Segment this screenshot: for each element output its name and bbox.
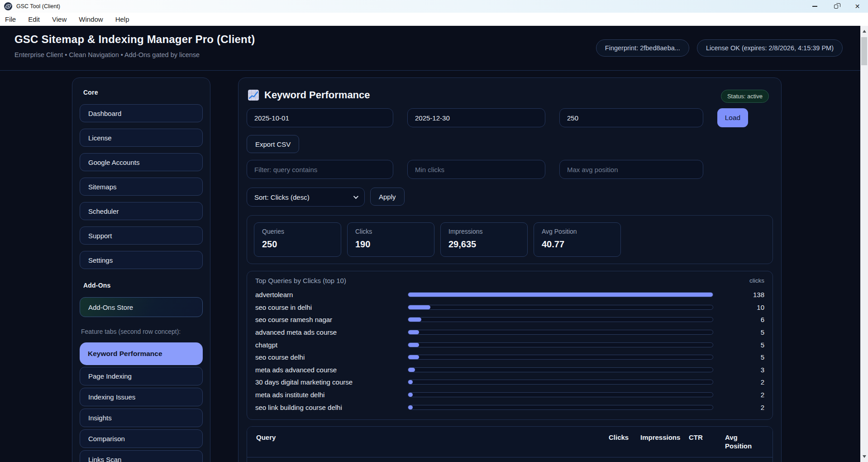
chart-bar-value: 3 xyxy=(713,366,764,374)
row-limit-input[interactable] xyxy=(559,108,703,127)
stat-label: Queries xyxy=(262,228,333,235)
table-header-impressions: Impressions xyxy=(640,433,689,451)
close-button[interactable]: ✕ xyxy=(847,0,868,13)
stat-value: 190 xyxy=(355,239,426,250)
sidebar-item-license[interactable]: License xyxy=(80,129,203,147)
app-window: GSC Sitemap & Indexing Manager Pro (Clie… xyxy=(0,26,868,462)
tab-indexing-issues[interactable]: Indexing Issues xyxy=(80,388,203,406)
menu-file[interactable]: File xyxy=(5,15,16,23)
sidebar-item-add-ons-store[interactable]: Add-Ons Store xyxy=(80,297,203,317)
scrollbar-thumb[interactable] xyxy=(861,37,867,65)
sort-row: Sort: Clicks (desc) Apply xyxy=(247,188,773,207)
sidebar-item-scheduler[interactable]: Scheduler xyxy=(80,202,203,220)
chart-increasing-icon xyxy=(248,89,259,101)
fingerprint-badge[interactable]: Fingerprint: 2fbed8aeba... xyxy=(596,39,689,57)
apply-button[interactable]: Apply xyxy=(370,188,405,206)
chart-bar-track xyxy=(408,330,713,335)
menu-help[interactable]: Help xyxy=(115,15,129,23)
chart-bar-track xyxy=(408,305,713,310)
tab-keyword-performance[interactable]: Keyword Performance xyxy=(80,342,203,365)
chart-bar-track xyxy=(408,380,713,385)
stat-value: 29,635 xyxy=(448,239,520,250)
sidebar-item-google-accounts[interactable]: Google Accounts xyxy=(80,153,203,171)
chart-bar-label: chatgpt xyxy=(255,341,408,349)
query-table: QueryClicksImpressionsCTRAvg Position ad… xyxy=(247,426,773,462)
sort-select[interactable]: Sort: Clicks (desc) xyxy=(247,188,365,207)
chart-row-30-days-digital-marketing-course: 30 days digital marketing course2 xyxy=(255,376,764,389)
chart-bar-label: advertolearn xyxy=(255,291,408,298)
query-filter-input[interactable] xyxy=(247,160,393,179)
table-header-clicks: Clicks xyxy=(609,433,640,451)
chart-bar-label: seo course ramesh nagar xyxy=(255,316,408,323)
chart-bar-label: seo link building course delhi xyxy=(255,404,408,411)
chart-bar-fill xyxy=(408,343,419,347)
table-header-query: Query xyxy=(256,433,609,451)
chart-unit-label: clicks xyxy=(749,277,764,284)
chart-bar-value: 5 xyxy=(713,353,764,361)
export-csv-button[interactable]: Export CSV xyxy=(247,135,299,153)
menu-view[interactable]: View xyxy=(52,15,67,23)
sidebar-core-items: DashboardLicenseGoogle AccountsSitemapsS… xyxy=(80,104,203,269)
restore-button[interactable] xyxy=(825,0,847,13)
menu-edit[interactable]: Edit xyxy=(28,15,40,23)
chart-header: Top Queries by Clicks (top 10) clicks xyxy=(255,277,764,284)
tab-insights[interactable]: Insights xyxy=(80,409,203,427)
table-header-avg-position: Avg Position xyxy=(725,433,763,451)
chart-bar-track xyxy=(408,292,713,297)
sidebar-item-dashboard[interactable]: Dashboard xyxy=(80,104,203,122)
window-controls: ✕ xyxy=(804,0,868,13)
chart-bar-fill xyxy=(408,380,413,384)
start-date-input[interactable] xyxy=(247,108,393,127)
stat-label: Clicks xyxy=(355,228,426,235)
minimize-icon xyxy=(812,6,817,6)
sidebar-item-settings[interactable]: Settings xyxy=(80,251,203,269)
chart-bar-value: 2 xyxy=(713,404,764,411)
vertical-scrollbar[interactable] xyxy=(860,26,868,462)
tab-links-scan[interactable]: Links Scan xyxy=(80,450,203,462)
stat-card-clicks: Clicks190 xyxy=(347,222,434,257)
keyword-performance-panel: Status: active Keyword Performance Load … xyxy=(238,77,782,462)
table-row[interactable]: advertolearn13837636.7%1.17 xyxy=(247,457,773,462)
chart-bar-track xyxy=(408,367,713,372)
stat-value: 40.77 xyxy=(542,239,613,250)
table-header-row: QueryClicksImpressionsCTRAvg Position xyxy=(247,427,773,458)
chart-row-meta-ads-institute-delhi: meta ads institute delhi2 xyxy=(255,389,764,401)
sidebar-item-sitemaps[interactable]: Sitemaps xyxy=(80,178,203,196)
chart-bar-label: seo course in delhi xyxy=(255,303,408,311)
panel-title-row: Keyword Performance xyxy=(248,89,773,101)
chart-bar-fill xyxy=(408,405,413,409)
license-badge[interactable]: License OK (expires: 2/8/2026, 4:15:39 P… xyxy=(697,39,843,57)
load-button[interactable]: Load xyxy=(717,108,748,127)
minimize-button[interactable] xyxy=(804,0,825,13)
max-avg-position-input[interactable] xyxy=(559,160,703,179)
page-title: GSC Sitemap & Indexing Manager Pro (Clie… xyxy=(14,33,255,46)
feature-tabs-note: Feature tabs (second row concept): xyxy=(81,328,203,335)
chart-bar-value: 10 xyxy=(713,303,764,311)
chart-row-seo-link-building-course-delhi: seo link building course delhi2 xyxy=(255,401,764,414)
window-title: GSC Tool (Client) xyxy=(16,3,60,10)
chart-rows: advertolearn138seo course in delhi10seo … xyxy=(255,289,764,414)
end-date-input[interactable] xyxy=(407,108,545,127)
tab-comparison[interactable]: Comparison xyxy=(80,429,203,448)
restore-icon xyxy=(834,5,838,9)
up-arrow-icon[interactable] xyxy=(863,30,866,33)
down-arrow-icon[interactable] xyxy=(863,455,866,458)
chart-bar-value: 5 xyxy=(713,341,764,349)
app-header: GSC Sitemap & Indexing Manager Pro (Clie… xyxy=(0,26,868,71)
chart-bar-label: meta ads institute delhi xyxy=(255,391,408,399)
stat-card-queries: Queries250 xyxy=(254,222,341,257)
chart-bar-value: 2 xyxy=(713,391,764,399)
status-badge: Status: active xyxy=(721,90,769,103)
stat-value: 250 xyxy=(262,239,333,250)
app-globe-icon xyxy=(4,2,12,10)
menu-window[interactable]: Window xyxy=(79,15,103,23)
feature-tabs: Keyword PerformancePage IndexingIndexing… xyxy=(80,342,203,462)
tab-page-indexing[interactable]: Page Indexing xyxy=(80,367,203,385)
stat-label: Impressions xyxy=(448,228,520,235)
sidebar-item-support[interactable]: Support xyxy=(80,226,203,245)
min-clicks-input[interactable] xyxy=(407,160,545,179)
table-header-ctr: CTR xyxy=(689,433,725,451)
chart-bar-label: seo course delhi xyxy=(255,353,408,361)
chart-bar-fill xyxy=(408,330,419,334)
sidebar-addons-label: Add-Ons xyxy=(83,282,203,289)
